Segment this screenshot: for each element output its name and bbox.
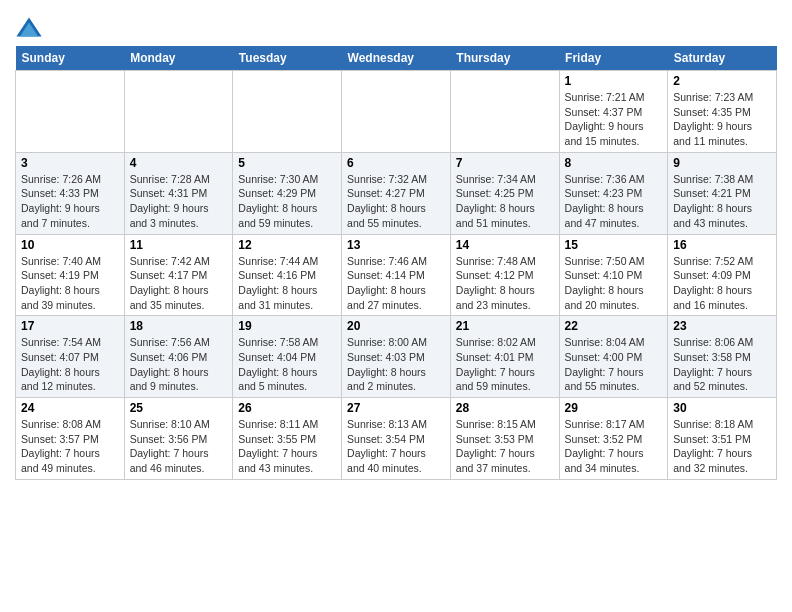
day-number: 24	[21, 401, 119, 415]
day-info: Sunrise: 8:17 AM Sunset: 3:52 PM Dayligh…	[565, 418, 645, 474]
calendar-header: SundayMondayTuesdayWednesdayThursdayFrid…	[16, 46, 777, 71]
day-info: Sunrise: 7:46 AM Sunset: 4:14 PM Dayligh…	[347, 255, 427, 311]
day-info: Sunrise: 8:13 AM Sunset: 3:54 PM Dayligh…	[347, 418, 427, 474]
day-number: 9	[673, 156, 771, 170]
day-info: Sunrise: 7:40 AM Sunset: 4:19 PM Dayligh…	[21, 255, 101, 311]
calendar-cell	[124, 71, 233, 153]
day-info: Sunrise: 8:00 AM Sunset: 4:03 PM Dayligh…	[347, 336, 427, 392]
calendar-cell	[233, 71, 342, 153]
day-info: Sunrise: 7:26 AM Sunset: 4:33 PM Dayligh…	[21, 173, 101, 229]
day-info: Sunrise: 7:52 AM Sunset: 4:09 PM Dayligh…	[673, 255, 753, 311]
day-number: 21	[456, 319, 554, 333]
calendar-cell: 2Sunrise: 7:23 AM Sunset: 4:35 PM Daylig…	[668, 71, 777, 153]
calendar-cell: 9Sunrise: 7:38 AM Sunset: 4:21 PM Daylig…	[668, 152, 777, 234]
calendar-cell: 5Sunrise: 7:30 AM Sunset: 4:29 PM Daylig…	[233, 152, 342, 234]
day-number: 19	[238, 319, 336, 333]
day-info: Sunrise: 8:06 AM Sunset: 3:58 PM Dayligh…	[673, 336, 753, 392]
day-info: Sunrise: 8:02 AM Sunset: 4:01 PM Dayligh…	[456, 336, 536, 392]
day-info: Sunrise: 8:10 AM Sunset: 3:56 PM Dayligh…	[130, 418, 210, 474]
calendar-cell: 17Sunrise: 7:54 AM Sunset: 4:07 PM Dayli…	[16, 316, 125, 398]
day-number: 18	[130, 319, 228, 333]
day-number: 10	[21, 238, 119, 252]
day-number: 13	[347, 238, 445, 252]
day-header-thursday: Thursday	[450, 46, 559, 71]
calendar-cell: 6Sunrise: 7:32 AM Sunset: 4:27 PM Daylig…	[342, 152, 451, 234]
calendar-cell: 7Sunrise: 7:34 AM Sunset: 4:25 PM Daylig…	[450, 152, 559, 234]
day-number: 26	[238, 401, 336, 415]
day-number: 11	[130, 238, 228, 252]
calendar-cell: 27Sunrise: 8:13 AM Sunset: 3:54 PM Dayli…	[342, 398, 451, 480]
day-info: Sunrise: 7:23 AM Sunset: 4:35 PM Dayligh…	[673, 91, 753, 147]
day-number: 5	[238, 156, 336, 170]
day-number: 8	[565, 156, 663, 170]
day-number: 15	[565, 238, 663, 252]
calendar-cell: 23Sunrise: 8:06 AM Sunset: 3:58 PM Dayli…	[668, 316, 777, 398]
day-info: Sunrise: 8:04 AM Sunset: 4:00 PM Dayligh…	[565, 336, 645, 392]
calendar-cell	[342, 71, 451, 153]
day-number: 17	[21, 319, 119, 333]
day-info: Sunrise: 7:56 AM Sunset: 4:06 PM Dayligh…	[130, 336, 210, 392]
calendar-cell: 16Sunrise: 7:52 AM Sunset: 4:09 PM Dayli…	[668, 234, 777, 316]
day-info: Sunrise: 7:54 AM Sunset: 4:07 PM Dayligh…	[21, 336, 101, 392]
day-number: 7	[456, 156, 554, 170]
day-number: 22	[565, 319, 663, 333]
calendar-cell: 30Sunrise: 8:18 AM Sunset: 3:51 PM Dayli…	[668, 398, 777, 480]
week-row-2: 10Sunrise: 7:40 AM Sunset: 4:19 PM Dayli…	[16, 234, 777, 316]
day-header-sunday: Sunday	[16, 46, 125, 71]
logo	[15, 14, 47, 42]
day-info: Sunrise: 7:50 AM Sunset: 4:10 PM Dayligh…	[565, 255, 645, 311]
day-header-wednesday: Wednesday	[342, 46, 451, 71]
page-container: SundayMondayTuesdayWednesdayThursdayFrid…	[0, 0, 792, 485]
day-info: Sunrise: 7:58 AM Sunset: 4:04 PM Dayligh…	[238, 336, 318, 392]
header	[15, 10, 777, 42]
week-row-3: 17Sunrise: 7:54 AM Sunset: 4:07 PM Dayli…	[16, 316, 777, 398]
header-row: SundayMondayTuesdayWednesdayThursdayFrid…	[16, 46, 777, 71]
calendar-cell: 26Sunrise: 8:11 AM Sunset: 3:55 PM Dayli…	[233, 398, 342, 480]
calendar-cell: 8Sunrise: 7:36 AM Sunset: 4:23 PM Daylig…	[559, 152, 668, 234]
day-number: 25	[130, 401, 228, 415]
day-number: 23	[673, 319, 771, 333]
day-number: 30	[673, 401, 771, 415]
day-number: 2	[673, 74, 771, 88]
day-number: 16	[673, 238, 771, 252]
day-info: Sunrise: 7:21 AM Sunset: 4:37 PM Dayligh…	[565, 91, 645, 147]
calendar-cell: 15Sunrise: 7:50 AM Sunset: 4:10 PM Dayli…	[559, 234, 668, 316]
calendar-body: 1Sunrise: 7:21 AM Sunset: 4:37 PM Daylig…	[16, 71, 777, 480]
calendar-cell: 12Sunrise: 7:44 AM Sunset: 4:16 PM Dayli…	[233, 234, 342, 316]
calendar-cell	[450, 71, 559, 153]
day-number: 20	[347, 319, 445, 333]
day-header-friday: Friday	[559, 46, 668, 71]
day-info: Sunrise: 8:15 AM Sunset: 3:53 PM Dayligh…	[456, 418, 536, 474]
day-info: Sunrise: 7:38 AM Sunset: 4:21 PM Dayligh…	[673, 173, 753, 229]
day-info: Sunrise: 7:44 AM Sunset: 4:16 PM Dayligh…	[238, 255, 318, 311]
calendar-cell: 19Sunrise: 7:58 AM Sunset: 4:04 PM Dayli…	[233, 316, 342, 398]
week-row-0: 1Sunrise: 7:21 AM Sunset: 4:37 PM Daylig…	[16, 71, 777, 153]
day-number: 28	[456, 401, 554, 415]
day-number: 6	[347, 156, 445, 170]
day-header-saturday: Saturday	[668, 46, 777, 71]
day-info: Sunrise: 8:18 AM Sunset: 3:51 PM Dayligh…	[673, 418, 753, 474]
day-info: Sunrise: 7:30 AM Sunset: 4:29 PM Dayligh…	[238, 173, 318, 229]
day-info: Sunrise: 7:32 AM Sunset: 4:27 PM Dayligh…	[347, 173, 427, 229]
calendar-cell: 4Sunrise: 7:28 AM Sunset: 4:31 PM Daylig…	[124, 152, 233, 234]
week-row-1: 3Sunrise: 7:26 AM Sunset: 4:33 PM Daylig…	[16, 152, 777, 234]
day-info: Sunrise: 7:42 AM Sunset: 4:17 PM Dayligh…	[130, 255, 210, 311]
calendar-cell: 13Sunrise: 7:46 AM Sunset: 4:14 PM Dayli…	[342, 234, 451, 316]
day-info: Sunrise: 8:08 AM Sunset: 3:57 PM Dayligh…	[21, 418, 101, 474]
calendar-table: SundayMondayTuesdayWednesdayThursdayFrid…	[15, 46, 777, 480]
calendar-cell: 25Sunrise: 8:10 AM Sunset: 3:56 PM Dayli…	[124, 398, 233, 480]
calendar-cell: 18Sunrise: 7:56 AM Sunset: 4:06 PM Dayli…	[124, 316, 233, 398]
calendar-cell: 11Sunrise: 7:42 AM Sunset: 4:17 PM Dayli…	[124, 234, 233, 316]
day-number: 14	[456, 238, 554, 252]
calendar-cell: 24Sunrise: 8:08 AM Sunset: 3:57 PM Dayli…	[16, 398, 125, 480]
calendar-cell: 1Sunrise: 7:21 AM Sunset: 4:37 PM Daylig…	[559, 71, 668, 153]
day-info: Sunrise: 7:36 AM Sunset: 4:23 PM Dayligh…	[565, 173, 645, 229]
calendar-cell: 28Sunrise: 8:15 AM Sunset: 3:53 PM Dayli…	[450, 398, 559, 480]
calendar-cell: 3Sunrise: 7:26 AM Sunset: 4:33 PM Daylig…	[16, 152, 125, 234]
day-header-monday: Monday	[124, 46, 233, 71]
day-number: 4	[130, 156, 228, 170]
calendar-cell: 22Sunrise: 8:04 AM Sunset: 4:00 PM Dayli…	[559, 316, 668, 398]
calendar-cell	[16, 71, 125, 153]
logo-icon	[15, 14, 43, 42]
day-info: Sunrise: 7:28 AM Sunset: 4:31 PM Dayligh…	[130, 173, 210, 229]
